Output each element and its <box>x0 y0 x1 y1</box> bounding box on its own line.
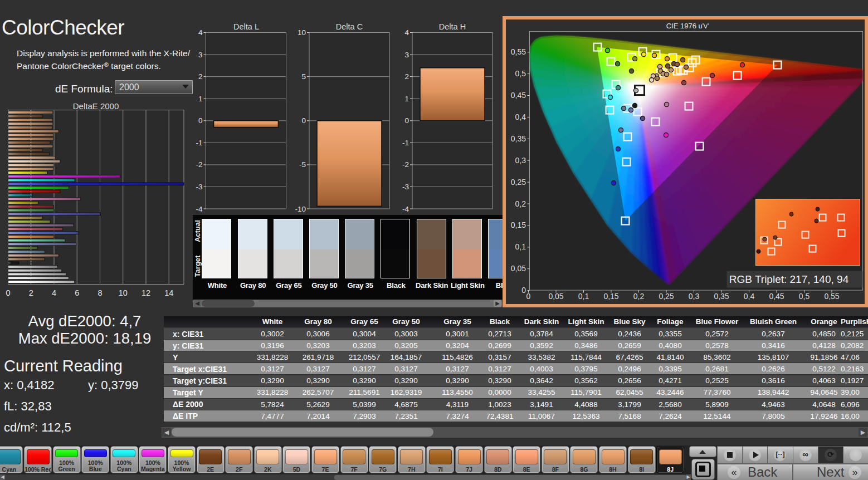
svg-text:0,4: 0,4 <box>515 112 526 121</box>
svg-text:0,2: 0,2 <box>515 199 526 208</box>
svg-text:0,1: 0,1 <box>578 292 589 301</box>
svg-text:10: 10 <box>298 28 306 37</box>
svg-text:-2: -2 <box>402 160 409 169</box>
svg-text:0,35: 0,35 <box>511 134 526 143</box>
svg-text:4: 4 <box>52 288 56 297</box>
svg-text:0: 0 <box>526 292 531 301</box>
svg-text:-1: -1 <box>196 139 202 147</box>
svg-text:Delta L: Delta L <box>233 22 259 31</box>
svg-text:0,3: 0,3 <box>689 292 700 301</box>
svg-text:0,15: 0,15 <box>603 292 618 301</box>
svg-text:12: 12 <box>142 288 150 297</box>
svg-text:3: 3 <box>404 51 409 59</box>
svg-text:RGB Triplet: 217, 140, 94: RGB Triplet: 217, 140, 94 <box>729 273 849 285</box>
svg-text:1: 1 <box>198 95 203 103</box>
svg-text:6: 6 <box>75 288 79 297</box>
svg-text:0,5: 0,5 <box>799 292 810 301</box>
svg-text:5: 5 <box>301 72 306 81</box>
svg-text:Delta H: Delta H <box>439 22 466 31</box>
svg-text:0: 0 <box>521 286 526 295</box>
svg-text:0,15: 0,15 <box>511 221 526 229</box>
svg-text:0,45: 0,45 <box>511 91 526 100</box>
svg-text:0,45: 0,45 <box>769 292 784 301</box>
svg-text:-4: -4 <box>196 205 202 213</box>
svg-text:0,05: 0,05 <box>511 264 526 273</box>
svg-text:14: 14 <box>164 288 173 297</box>
svg-text:0: 0 <box>301 116 306 125</box>
svg-text:8: 8 <box>97 288 102 297</box>
svg-text:2: 2 <box>404 72 409 81</box>
svg-text:-1: -1 <box>402 139 409 147</box>
svg-text:-4: -4 <box>402 205 409 213</box>
svg-text:4: 4 <box>404 28 409 37</box>
svg-text:-3: -3 <box>196 183 202 191</box>
svg-text:0,2: 0,2 <box>633 292 645 301</box>
svg-text:-5: -5 <box>299 160 306 169</box>
svg-text:-3: -3 <box>402 183 409 191</box>
svg-text:0,5: 0,5 <box>515 69 526 78</box>
svg-text:CIE 1976 u'v': CIE 1976 u'v' <box>666 22 709 30</box>
svg-text:0: 0 <box>198 116 203 125</box>
svg-text:0: 0 <box>404 116 409 125</box>
svg-text:4: 4 <box>198 28 203 37</box>
svg-text:0,55: 0,55 <box>824 292 839 301</box>
svg-text:-2: -2 <box>196 160 202 169</box>
svg-text:-10: -10 <box>295 205 306 213</box>
svg-text:0,35: 0,35 <box>714 292 729 301</box>
svg-text:0,25: 0,25 <box>511 178 526 187</box>
svg-text:0,3: 0,3 <box>515 156 526 165</box>
svg-text:0: 0 <box>6 288 10 297</box>
svg-text:2: 2 <box>198 72 203 81</box>
svg-text:3: 3 <box>198 51 203 59</box>
svg-text:10: 10 <box>119 288 128 297</box>
svg-text:0,25: 0,25 <box>659 292 674 301</box>
svg-text:DeltaE 2000: DeltaE 2000 <box>73 101 119 111</box>
svg-text:0,4: 0,4 <box>744 292 755 301</box>
svg-text:0,1: 0,1 <box>515 242 526 251</box>
svg-text:2: 2 <box>29 288 33 297</box>
svg-text:Delta C: Delta C <box>336 22 363 31</box>
svg-text:0,05: 0,05 <box>548 292 563 301</box>
svg-text:0,55: 0,55 <box>511 47 526 56</box>
svg-text:1: 1 <box>404 95 409 103</box>
